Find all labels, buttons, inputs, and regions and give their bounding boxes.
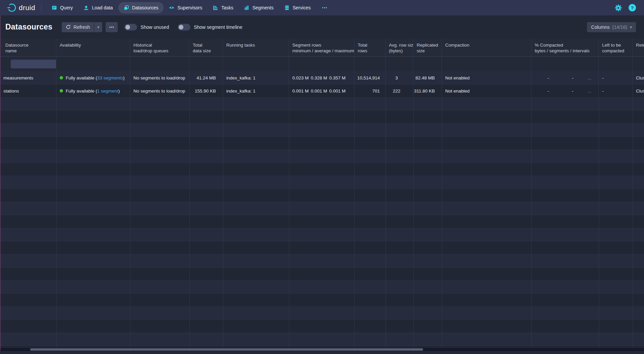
retention-cell[interactable]: Cluster default — [633, 71, 644, 84]
chevron-down-icon: ▾ — [630, 25, 632, 29]
avg-row-size-cell: 3 — [386, 71, 413, 84]
col-header-avg-row-size[interactable]: Avg. row size(bytes) — [386, 39, 413, 56]
refresh-icon — [66, 24, 71, 30]
col-header-datasource-name[interactable]: Datasourcename — [0, 39, 56, 56]
nav-item-query[interactable]: Query — [46, 2, 78, 13]
refresh-button[interactable]: Refresh — [62, 22, 94, 32]
toggle-knob — [125, 25, 130, 30]
filter-cell — [0, 57, 56, 71]
availability-cell: Fully available (1 segment) — [56, 84, 130, 97]
table-header-row: Datasourcename Availability Historicallo… — [0, 39, 644, 57]
segment-rows-cell: 0.023 M 0.328 M 0.357 M — [289, 71, 354, 84]
replicated-size-cell: 311.80 KB — [413, 84, 442, 97]
toggle-track — [124, 24, 137, 31]
compaction-cell: Not enabled — [442, 71, 531, 84]
horizontal-scrollbar-thumb[interactable] — [30, 348, 423, 351]
total-rows-cell: 701 — [354, 84, 386, 97]
table-row: stations Fully available (1 segment) No … — [0, 84, 644, 98]
load-drop-cell: No segments to load/drop — [130, 84, 189, 97]
col-header-pct-compacted[interactable]: % Compactedbytes / segments / intervals — [531, 39, 599, 56]
database-icon — [284, 5, 290, 10]
left-to-compact-cell: - — [599, 84, 633, 97]
show-segment-timeline-toggle[interactable]: Show segment timeline — [178, 24, 242, 31]
col-header-segment-rows[interactable]: Segment rowsminimum / average / maximum — [289, 39, 354, 56]
running-tasks-cell: index_kafka: 1 — [223, 71, 289, 84]
nav-item-more[interactable] — [316, 2, 333, 13]
upload-icon — [83, 5, 89, 10]
nav-item-supervisors[interactable]: Supervisors — [164, 2, 208, 13]
page-title: Datasources — [5, 22, 52, 32]
nav-item-segments[interactable]: Segments — [239, 2, 279, 13]
avg-row-size-cell: 222 — [386, 84, 413, 97]
druid-logo-icon — [7, 3, 16, 12]
segments-link[interactable]: 33 segments — [97, 75, 123, 80]
gantt-icon — [213, 5, 218, 10]
total-data-size-cell: 41.24 MB — [189, 71, 223, 84]
total-rows-cell: 10,514,914 — [354, 71, 386, 84]
table-row: measurements Fully available (33 segment… — [0, 71, 644, 84]
datasources-icon — [124, 5, 129, 10]
left-to-compact-cell: - — [599, 71, 633, 84]
datasource-name-cell: measurements — [0, 71, 56, 84]
eye-icon — [169, 5, 174, 10]
available-status-icon — [60, 89, 63, 93]
toggle-track — [178, 24, 190, 31]
col-header-total-rows[interactable]: Totalrows — [354, 39, 386, 56]
availability-cell: Fully available (33 segments) — [56, 71, 130, 84]
bar-chart-icon — [244, 5, 249, 10]
gear-icon — [615, 4, 622, 11]
druid-logo[interactable]: druid — [7, 3, 35, 12]
replicated-size-cell: 82.48 MB — [413, 71, 442, 84]
total-data-size-cell: 155.90 KB — [189, 84, 223, 97]
toggle-knob — [179, 25, 183, 30]
col-header-availability[interactable]: Availability — [56, 39, 130, 56]
more-ellipsis-icon — [109, 25, 114, 30]
running-tasks-cell: index_kafka: 1 — [223, 84, 289, 97]
refresh-split-button: Refresh ▾ — [62, 22, 102, 32]
show-unused-toggle[interactable]: Show unused — [124, 24, 169, 31]
retention-cell[interactable]: Cluster default — [633, 84, 644, 97]
empty-rows — [0, 98, 644, 351]
top-nav: druid Query Load data — [0, 0, 644, 15]
col-header-compaction[interactable]: Compaction — [442, 39, 531, 56]
more-actions-button[interactable] — [106, 22, 118, 32]
datasource-name-cell: stations — [0, 84, 56, 97]
nav-menu: Query Load data Datasources — [46, 0, 333, 15]
compaction-cell: Not enabled — [442, 84, 531, 97]
col-header-retention[interactable]: Retention — [633, 39, 644, 56]
nav-divider — [41, 4, 42, 11]
columns-button[interactable]: Columns (14/16) ▾ — [587, 22, 636, 32]
refresh-options-button[interactable]: ▾ — [94, 22, 102, 32]
filter-row — [0, 57, 644, 71]
settings-button[interactable] — [615, 4, 622, 11]
col-header-running-tasks[interactable]: Running tasks — [223, 39, 289, 56]
help-button[interactable]: ? — [629, 4, 636, 11]
datasources-table: Datasourcename Availability Historicallo… — [0, 39, 644, 351]
datasource-filter-input[interactable] — [11, 59, 56, 68]
col-header-left-to-be-compacted[interactable]: Left to becompacted — [599, 39, 633, 56]
view-toolbar: Datasources Refresh ▾ Show unused Show — [0, 15, 644, 39]
segments-link[interactable]: 1 segment — [97, 88, 118, 94]
help-icon: ? — [629, 4, 636, 11]
load-drop-cell: No segments to load/drop — [130, 71, 189, 84]
logo-wordmark: druid — [19, 4, 35, 12]
col-header-historical-queues[interactable]: Historicalload/drop queues — [130, 39, 189, 56]
segment-rows-cell: 0.001 M 0.001 M 0.001 M — [289, 84, 354, 97]
col-header-replicated-size[interactable]: Replicatedsize — [413, 39, 442, 56]
chevron-down-icon: ▾ — [97, 25, 99, 29]
pct-compacted-cell: - - ... — [531, 84, 599, 97]
left-edge-artifact — [0, 15, 1, 351]
nav-item-tasks[interactable]: Tasks — [208, 2, 239, 13]
more-ellipsis-icon — [321, 5, 328, 10]
pct-compacted-cell: - - ... — [531, 71, 599, 84]
nav-item-load-data[interactable]: Load data — [78, 2, 118, 13]
available-status-icon — [60, 76, 63, 79]
nav-item-services[interactable]: Services — [279, 2, 316, 13]
nav-item-datasources[interactable]: Datasources — [118, 2, 164, 13]
col-header-total-data-size[interactable]: Totaldata size — [189, 39, 223, 56]
horizontal-scrollbar[interactable] — [0, 348, 644, 351]
query-icon — [52, 5, 57, 10]
svg-text:?: ? — [631, 5, 634, 10]
nav-right-actions: ? — [615, 4, 644, 11]
